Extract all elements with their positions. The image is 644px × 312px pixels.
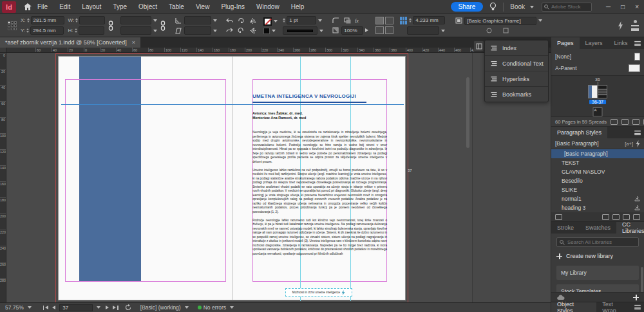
menu-item[interactable]: Plug-Ins — [215, 3, 251, 10]
w-stepper[interactable] — [75, 18, 78, 23]
opacity-field[interactable]: 100% — [341, 26, 363, 35]
chevron-down-icon[interactable] — [272, 30, 276, 32]
spread-thumbnail[interactable] — [588, 85, 607, 98]
h-stepper[interactable] — [75, 28, 77, 33]
wrap-none-icon[interactable] — [375, 17, 384, 24]
new-style-icon[interactable] — [623, 214, 630, 220]
stroke-color-swatch[interactable] — [263, 17, 272, 26]
library-item[interactable]: My Library — [556, 266, 639, 280]
chevron-down-icon[interactable] — [213, 19, 217, 22]
rotate-90-ccw-icon[interactable] — [236, 26, 245, 34]
create-new-library-button[interactable]: Create new library — [556, 253, 639, 259]
menu-item[interactable]: Window — [251, 3, 285, 10]
canvas-scrollbar[interactable] — [466, 55, 469, 300]
rotation-angle-select[interactable] — [184, 16, 211, 24]
corner-options-icon[interactable] — [331, 17, 340, 24]
libraries-search-input[interactable] — [567, 239, 632, 245]
selected-spread-label[interactable]: 36-37 — [589, 100, 606, 104]
stroke-weight-stepper[interactable] — [283, 18, 285, 23]
panel-tab[interactable]: Pages — [551, 37, 580, 49]
library-item[interactable]: Stock Templates — [556, 284, 639, 292]
paragraph-style-item[interactable]: SLIKE — [551, 185, 644, 194]
paragraph-style-item[interactable]: [Basic Paragraph] — [551, 149, 644, 158]
chevron-down-icon[interactable] — [441, 30, 445, 32]
panel-menu-icon[interactable] — [634, 130, 641, 134]
menu-item[interactable]: Edit — [53, 3, 76, 10]
shear-angle-select[interactable] — [184, 26, 211, 35]
paragraph-style-item[interactable]: Besedilo — [551, 176, 644, 185]
panel-tab[interactable]: Swatches — [580, 222, 616, 234]
panel-button[interactable]: Bookmarks — [485, 87, 548, 102]
fitting-options-icon[interactable] — [502, 27, 511, 35]
lightbulb-icon[interactable] — [489, 3, 497, 11]
preflight-refresh-icon[interactable] — [125, 304, 131, 311]
paragraph-style-item[interactable]: GLAVNI NASLOV — [551, 167, 644, 176]
panel-button[interactable]: Conditional Text — [485, 56, 548, 71]
stroke-weight-field[interactable]: 1 pt — [287, 16, 316, 24]
panel-tab[interactable]: Object Styles — [551, 302, 596, 312]
align-icon[interactable] — [400, 17, 408, 24]
menu-item[interactable]: Object — [133, 3, 163, 10]
paragraph-style-item[interactable]: normal1 — [551, 194, 644, 203]
next-page-button[interactable] — [106, 306, 109, 309]
object-style-select[interactable]: [Basic Graphics Frame] — [464, 17, 536, 25]
stock-search-box[interactable] — [542, 3, 592, 12]
parent-page-row[interactable]: [None] — [555, 51, 640, 62]
constrain-scale-icon[interactable] — [160, 21, 166, 31]
gap-stepper[interactable] — [409, 18, 412, 23]
panel-button[interactable]: Index — [485, 41, 548, 55]
body-text-frame[interactable]: Nevrologija je veja medicine, ki se osre… — [252, 131, 387, 261]
panel-tab[interactable]: CC Libraries — [616, 222, 644, 234]
paragraph-style-item[interactable]: TEKST — [551, 158, 644, 167]
menu-item[interactable]: Type — [107, 3, 133, 10]
page-number-select[interactable]: 37 — [59, 304, 100, 311]
panel-tab[interactable]: Stroke — [551, 222, 580, 234]
stroke-type-select[interactable] — [283, 26, 317, 35]
chevron-down-icon[interactable] — [319, 30, 323, 32]
last-page-button[interactable] — [113, 306, 118, 310]
chevron-down-icon[interactable] — [538, 19, 542, 22]
rotate-90-cw-icon[interactable] — [236, 17, 245, 24]
style-quick-apply-icon[interactable] — [636, 140, 640, 147]
auto-fit-icon[interactable] — [485, 27, 494, 35]
search-input[interactable] — [551, 4, 590, 10]
collapse-panels-icon[interactable] — [473, 41, 484, 51]
reference-point-proxy[interactable] — [8, 21, 17, 30]
flip-vertical-icon[interactable] — [248, 26, 257, 34]
menu-item[interactable]: View — [190, 3, 216, 10]
fill-color-swatch[interactable] — [263, 28, 270, 34]
redefine-style-icon[interactable] — [555, 214, 562, 220]
menu-item[interactable]: Help — [285, 3, 310, 10]
first-page-button[interactable] — [43, 306, 49, 310]
share-button[interactable]: Share — [451, 2, 484, 12]
y-position-field[interactable]: 294.5 mm — [30, 26, 64, 35]
style-group-icon[interactable] — [602, 214, 609, 220]
authors-frame[interactable]: Avtorica: Ines Žabkar, dr. med.Mentorica… — [252, 111, 306, 120]
document-spread[interactable]: UMETNA INTELIGENCA V NEVROLOGIJI Avtoric… — [58, 56, 406, 300]
x-position-field[interactable]: 281.5 mm — [31, 16, 64, 24]
overset-indicator-icon[interactable] — [341, 290, 345, 295]
chevron-down-icon[interactable] — [274, 20, 278, 23]
redo-icon[interactable] — [225, 26, 234, 34]
flip-horizontal-icon[interactable] — [248, 17, 257, 24]
chevron-down-icon[interactable] — [213, 30, 217, 32]
libraries-search-box[interactable] — [556, 237, 639, 247]
frame-fitting-icon[interactable] — [454, 17, 463, 24]
scale-x-select[interactable] — [120, 16, 151, 24]
quick-actions-lightning-icon[interactable] — [616, 22, 625, 30]
height-field[interactable] — [79, 26, 104, 35]
secondary-select[interactable] — [407, 26, 439, 35]
paragraph-styles-tab[interactable]: Paragraph Styles — [551, 127, 607, 138]
gap-field[interactable]: 4.233 mm — [413, 16, 445, 24]
x-stepper[interactable] — [27, 18, 30, 23]
panel-tab[interactable]: Links — [609, 37, 634, 49]
chevron-down-icon[interactable] — [318, 19, 322, 22]
window-control-button[interactable]: × — [630, 3, 644, 10]
control-bar-options-dot-icon[interactable] — [634, 20, 637, 23]
create-new-spread-icon[interactable] — [632, 119, 639, 125]
window-control-button[interactable]: □ — [616, 3, 630, 10]
scale-y-select[interactable] — [120, 26, 151, 35]
vertical-ruler[interactable]: 020406080100120140160180200220240260280 — [0, 53, 6, 302]
chevron-down-icon[interactable] — [153, 30, 157, 32]
home-icon[interactable] — [24, 3, 32, 10]
